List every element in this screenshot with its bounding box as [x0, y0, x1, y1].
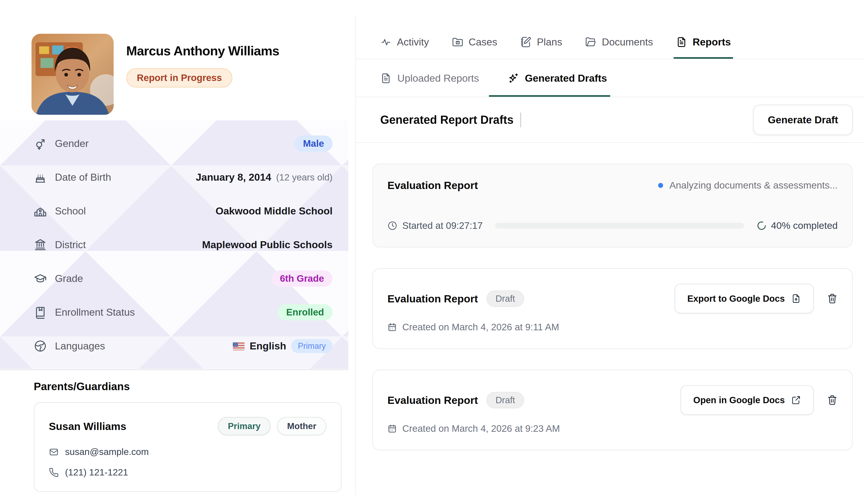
reports-subtab-bar: Uploaded Reports Generated Drafts — [380, 59, 607, 97]
detail-label: Languages — [55, 340, 225, 352]
generation-status: Analyzing documents & assessments... — [658, 180, 838, 191]
enrollment-badge: Enrolled — [278, 304, 333, 320]
started-at: Started at 09:27:17 — [387, 220, 483, 231]
guardian-phone: (121) 121-1221 — [65, 467, 128, 478]
detail-label: District — [55, 239, 194, 251]
profile-header: Marcus Anthony Williams Report in Progre… — [32, 34, 279, 115]
drafts-title: Generated Report Drafts — [380, 113, 514, 127]
tab-activity[interactable]: Activity — [380, 0, 429, 48]
student-sidebar: Marcus Anthony Williams Report in Progre… — [0, 0, 356, 504]
progress-bar — [495, 223, 744, 229]
dob-value: January 8, 2014 — [196, 171, 271, 183]
detail-row-gender: Gender Male — [34, 127, 333, 160]
detail-row-enrollment: Enrollment Status Enrolled — [34, 296, 333, 329]
profile-header-text: Marcus Anthony Williams Report in Progre… — [126, 34, 279, 115]
folder-open-icon — [585, 36, 597, 48]
external-link-icon — [791, 395, 801, 405]
open-in-google-docs-button[interactable]: Open in Google Docs — [680, 385, 814, 415]
calendar-icon — [387, 424, 397, 433]
draft-card-in-progress: Evaluation Report Analyzing documents & … — [372, 164, 853, 248]
created-date-row: Created on March 4, 2026 at 9:11 AM — [387, 322, 838, 333]
reports-panel: Activity Cases — [356, 0, 864, 504]
draft-card-open: Evaluation Report Draft Open in Google D… — [372, 370, 853, 451]
us-flag-icon — [233, 342, 244, 350]
draft-status-badge: Draft — [487, 392, 524, 408]
notebook-pen-icon — [520, 36, 531, 48]
detail-row-district: District Maplewood Public Schools — [34, 228, 333, 262]
status-text: Analyzing documents & assessments... — [669, 180, 838, 191]
school-icon — [34, 205, 47, 218]
detail-row-languages: Languages English — [34, 329, 333, 363]
created-date: Created on March 4, 2026 at 9:23 AM — [402, 423, 560, 434]
parents-heading: Parents/Guardians — [34, 380, 130, 393]
detail-label: Enrollment Status — [55, 307, 269, 318]
progress-percent: 40% completed — [757, 220, 838, 231]
created-date: Created on March 4, 2026 at 9:11 AM — [402, 322, 559, 333]
guardian-card: Susan Williams Primary Mother susan@samp… — [34, 402, 341, 492]
tab-plans[interactable]: Plans — [520, 0, 562, 48]
text-cursor — [520, 112, 521, 127]
tab-reports[interactable]: Reports — [676, 0, 731, 48]
draft-status-badge: Draft — [487, 290, 524, 307]
graduation-cap-icon — [34, 272, 47, 285]
activity-icon — [380, 36, 392, 48]
school-value: Oakwood Middle School — [216, 205, 333, 217]
detail-label: Date of Birth — [55, 171, 188, 183]
detail-label: Grade — [55, 273, 263, 285]
export-to-google-docs-button[interactable]: Export to Google Docs — [674, 284, 814, 313]
drafts-header-divider — [356, 142, 864, 143]
sidebar-divider — [0, 370, 348, 370]
subtab-generated-drafts[interactable]: Generated Drafts — [508, 59, 607, 97]
tab-cases[interactable]: Cases — [452, 0, 497, 48]
draft-card-title: Evaluation Report — [387, 179, 478, 191]
generate-draft-button[interactable]: Generate Draft — [753, 105, 853, 135]
guardian-name: Susan Williams — [49, 420, 126, 432]
language-value: English — [250, 340, 286, 352]
file-upload-icon — [791, 293, 801, 303]
district-value: Maplewood Public Schools — [202, 239, 333, 251]
guardian-email: susan@sample.com — [65, 447, 149, 457]
draft-card-title: Evaluation Report — [387, 394, 478, 406]
student-profile-page: Marcus Anthony Williams Report in Progre… — [0, 0, 864, 504]
student-avatar — [32, 34, 113, 115]
created-date-row: Created on March 4, 2026 at 9:23 AM — [387, 423, 838, 434]
student-photo-placeholder — [32, 34, 113, 115]
detail-label: Gender — [55, 138, 286, 149]
delete-draft-button[interactable] — [827, 395, 838, 406]
mail-icon — [49, 447, 59, 457]
detail-row-school: School Oakwood Middle School — [34, 194, 333, 228]
detail-row-grade: Grade 6th Grade — [34, 262, 333, 296]
gender-icon — [34, 137, 47, 150]
book-icon — [34, 306, 47, 319]
file-text-icon — [380, 73, 392, 84]
guardian-primary-badge: Primary — [218, 417, 271, 435]
student-name: Marcus Anthony Williams — [126, 43, 279, 58]
detail-row-dob: Date of Birth January 8, 2014 (12 years … — [34, 160, 333, 194]
clock-icon — [387, 221, 397, 231]
guardian-relation-badge: Mother — [277, 417, 326, 435]
trash-icon — [827, 293, 838, 304]
spinner-icon — [757, 221, 767, 231]
delete-draft-button[interactable] — [827, 293, 838, 304]
draft-cards-list: Evaluation Report Analyzing documents & … — [372, 164, 853, 451]
main-tab-bar: Activity Cases — [380, 0, 731, 59]
phone-icon — [49, 468, 59, 478]
landmark-icon — [34, 238, 47, 251]
cake-icon — [34, 171, 47, 184]
calendar-icon — [387, 322, 397, 332]
language-primary-badge: Primary — [291, 339, 333, 353]
status-dot-icon — [658, 183, 663, 188]
tab-documents[interactable]: Documents — [585, 0, 653, 48]
globe-icon — [34, 339, 47, 352]
draft-card-title: Evaluation Report — [387, 292, 478, 305]
student-details-list: Gender Male Date of Birth January 8, 201… — [0, 120, 348, 369]
gender-badge: Male — [295, 135, 333, 152]
guardian-phone-row: (121) 121-1221 — [49, 467, 326, 478]
detail-label: School — [55, 205, 207, 217]
guardian-email-row: susan@sample.com — [49, 447, 326, 457]
drafts-header: Generated Report Drafts Generate Draft — [380, 97, 853, 142]
folder-cases-icon — [452, 36, 463, 48]
trash-icon — [827, 395, 838, 406]
subtab-uploaded-reports[interactable]: Uploaded Reports — [380, 59, 479, 97]
grade-badge: 6th Grade — [271, 271, 333, 287]
